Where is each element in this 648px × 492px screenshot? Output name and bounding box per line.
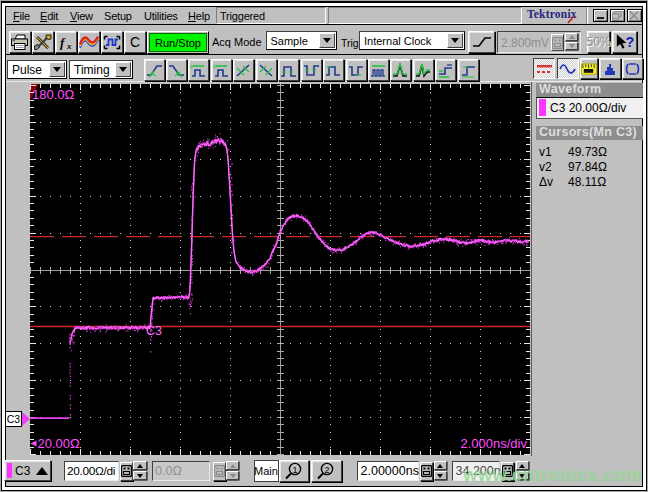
svg-text:?: ? xyxy=(625,34,634,50)
svg-text:2.000ns/div: 2.000ns/div xyxy=(461,436,528,451)
svg-text:C3: C3 xyxy=(146,324,162,338)
svg-text:f: f xyxy=(60,35,66,50)
svg-text:2: 2 xyxy=(324,464,329,474)
svg-text:180.0Ω: 180.0Ω xyxy=(32,87,75,102)
svg-text:1: 1 xyxy=(292,464,297,474)
svg-text:F: F xyxy=(213,64,217,70)
svg-text:x: x xyxy=(66,41,72,51)
svg-text:20.00Ω: 20.00Ω xyxy=(38,436,81,451)
svg-text:P: P xyxy=(190,64,194,70)
